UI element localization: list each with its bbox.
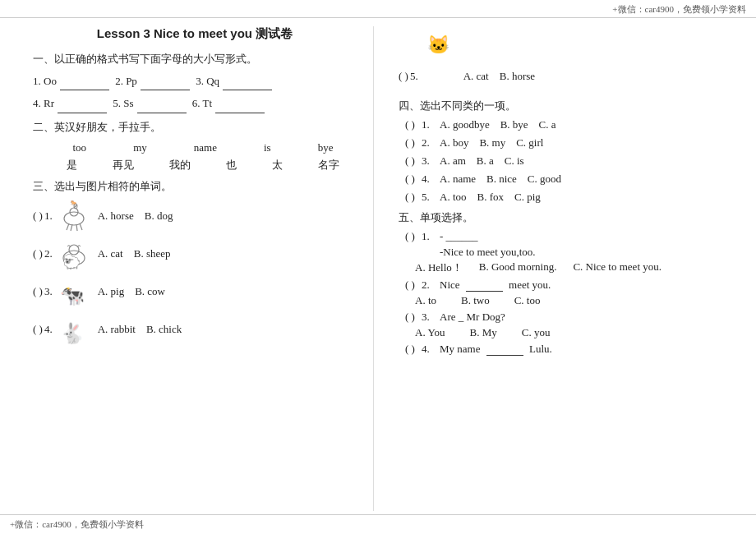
section2-chinese: 是 再见 我的 也 太 名字 [49,158,357,173]
animal-icon-4: 🐇 [56,314,93,345]
section5-q1-q2: -Nice to meet you,too. [440,246,740,259]
section1-row1: 1. Oo 2. Pp 3. Qq [33,71,357,90]
svg-text:🐱: 🐱 [427,34,450,56]
section1: 一、以正确的格式书写下面字母的大小写形式。 1. Oo 2. Pp 3. Qq … [33,52,357,113]
section2-title: 二、英汉好朋友，手拉手。 [33,120,357,135]
section5-item2: ( ) 2. Nice meet you. A. to B. two C. to… [399,279,740,307]
section3-item1: ( ) 1. 🐎 A. horse B. dog [33,200,357,232]
section3-item3: ( ) 3. 🐄 A. pig B. cow [33,276,357,307]
section1-title: 一、以正确的格式书写下面字母的大小写形式。 [33,52,357,67]
section5-item3: ( ) 3. Are _ Mr Dog? A. You B. My C. you [399,311,740,339]
section3-item5: 🐱 [399,26,740,58]
section2-english: too my name is bye [49,141,357,154]
section4-title: 四、选出不同类的一项。 [399,99,740,113]
section4-item1: ( ) 1. A. goodbye B. bye C. a [399,118,740,131]
section5-title: 五、单项选择。 [399,210,740,225]
section4: 四、选出不同类的一项。 ( ) 1. A. goodbye B. bye C. … [399,99,740,204]
section4-item2: ( ) 2. A. boy B. my C. girl [399,136,740,150]
top-bar-text: +微信：car4900，免费领小学资料 [612,4,746,14]
page-title: Lesson 3 Nice to meet you 测试卷 [33,26,357,42]
top-bar: +微信：car4900，免费领小学资料 [0,0,756,18]
left-column: Lesson 3 Nice to meet you 测试卷 一、以正确的格式书写… [0,26,374,511]
section4-item4: ( ) 4. A. name B. nice C. good [399,173,740,186]
animal-icon-5-top: 🐱 [423,26,460,58]
section5: 五、单项选择。 ( ) 1. - ______ -Nice to meet yo… [399,210,740,356]
section4-item5: ( ) 5. A. too B. fox C. pig [399,191,740,204]
svg-text:🐄: 🐄 [60,283,85,307]
right-column: 🐱 ( ) 5. A. cat B. horse 四、选出不同类的一项。 ( )… [374,26,756,511]
section5-q3-opts: A. You B. My C. you [415,326,740,339]
svg-line-5 [80,223,82,230]
section4-item3: ( ) 3. A. am B. a C. is [399,154,740,168]
animal-icon-1: 🐎 [56,200,93,232]
animal-icon-5 [422,61,459,92]
section5-q2-opts: A. to B. two C. too [415,294,740,307]
animal-icon-3: 🐄 [56,276,93,307]
section3-item4: ( ) 4. 🐇 A. rabbit B. chick [33,314,357,345]
svg-text:🐑: 🐑 [62,253,81,269]
section3-item2: ( ) 2. 🐑 A. cat B. sheep [33,238,357,269]
section5-q1-opts: A. Hello！ B. Good morning. C. Nice to me… [415,260,740,275]
section1-row2: 4. Rr 5. Ss 6. Tt [33,94,357,113]
section2: 二、英汉好朋友，手拉手。 too my name is bye 是 再见 我的 … [33,120,357,173]
svg-line-2 [67,223,69,230]
bottom-bar: +微信：car4900，免费领小学资料 [0,514,756,534]
svg-text:🐎: 🐎 [71,200,77,206]
section5-item4: ( ) 4. My name Lulu. [399,343,740,356]
bottom-bar-text: +微信：car4900，免费领小学资料 [10,519,144,529]
svg-text:🐇: 🐇 [60,321,85,345]
section5-item1: ( ) 1. - ______ -Nice to meet you,too. A… [399,230,740,275]
section3-item5-area: 🐱 ( ) 5. A. cat B. horse [399,26,740,92]
animal-icon-2: 🐑 [56,238,93,269]
section3-title: 三、选出与图片相符的单词。 [33,179,357,194]
section3-item5-row: ( ) 5. A. cat B. horse [399,61,740,92]
svg-point-0 [64,212,84,225]
section3: 三、选出与图片相符的单词。 ( ) 1. 🐎 A. horse [33,179,357,345]
